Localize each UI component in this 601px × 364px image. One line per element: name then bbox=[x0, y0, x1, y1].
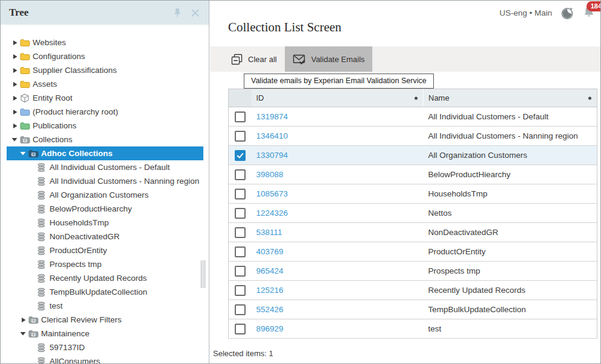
recent-activity-icon[interactable] bbox=[560, 6, 574, 20]
tree-item-597137id[interactable]: 597137ID bbox=[7, 340, 203, 354]
pin-icon[interactable] bbox=[172, 7, 183, 18]
row-checkbox[interactable] bbox=[235, 304, 246, 315]
row-checkbox[interactable] bbox=[235, 266, 246, 277]
table-row[interactable]: 538111NonDeactivatedGR bbox=[229, 223, 597, 242]
tree-item-prospects-tmp[interactable]: Prospects tmp bbox=[7, 257, 203, 271]
tree-item-entity-root[interactable]: Entity Root bbox=[7, 91, 203, 105]
expand-arrow-icon[interactable] bbox=[9, 53, 20, 60]
record-id-link[interactable]: 965424 bbox=[256, 266, 284, 275]
table-row[interactable]: 1330794All Organization Customers bbox=[229, 146, 597, 165]
expand-arrow-icon[interactable] bbox=[9, 81, 20, 88]
tree-item-productorentity[interactable]: ProductOrEntity bbox=[7, 243, 203, 257]
tree-item-recently-updated-records[interactable]: Recently Updated Records bbox=[7, 271, 203, 285]
record-id-link[interactable]: 1330794 bbox=[256, 151, 288, 160]
tree-item-product-hierarchy-root[interactable]: (Product hierarchy root) bbox=[7, 105, 203, 119]
tree-item-assets[interactable]: Assets bbox=[7, 77, 203, 91]
tree-item-clerical-review-filters[interactable]: BClerical Review Filters bbox=[7, 313, 203, 327]
row-checkbox[interactable] bbox=[235, 324, 246, 334]
record-id-link[interactable]: 1346410 bbox=[256, 131, 288, 140]
checkbox-cell bbox=[229, 204, 252, 223]
table-row[interactable]: 403769ProductOrEntity bbox=[229, 242, 597, 262]
table-row[interactable]: 125216Recently Updated Records bbox=[229, 281, 597, 300]
page-title: Collection List Screen bbox=[228, 20, 342, 35]
folder-db-icon: B bbox=[20, 135, 33, 145]
panel-splitter-grip[interactable] bbox=[201, 260, 205, 288]
row-checkbox-checked[interactable] bbox=[235, 150, 246, 161]
table-row[interactable]: 1085673HouseholdsTmp bbox=[229, 184, 597, 204]
expand-arrow-icon[interactable] bbox=[9, 39, 20, 46]
collapse-arrow-icon[interactable] bbox=[17, 330, 28, 337]
name-cell: Nettos bbox=[424, 204, 597, 223]
expand-arrow-icon[interactable] bbox=[17, 316, 28, 324]
id-column-header[interactable]: ID bbox=[252, 89, 424, 107]
name-cell: HouseholdsTmp bbox=[424, 184, 597, 204]
db-icon bbox=[37, 301, 49, 311]
record-id-link[interactable]: 125216 bbox=[256, 286, 284, 295]
tree-item-householdstmp[interactable]: HouseholdsTmp bbox=[7, 216, 203, 230]
record-id-link[interactable]: 896929 bbox=[256, 324, 284, 333]
tree-item-maintainence[interactable]: BMaintainence bbox=[7, 327, 203, 340]
tree-item-all-individual-customers-default[interactable]: All Individual Customers - Default bbox=[7, 160, 203, 174]
row-checkbox[interactable] bbox=[235, 131, 246, 142]
collapse-arrow-icon[interactable] bbox=[9, 136, 20, 143]
id-cell: 125216 bbox=[252, 281, 424, 300]
expand-arrow-icon[interactable] bbox=[9, 95, 20, 102]
table-row[interactable]: 1346410All Individual Customers - Nannin… bbox=[229, 127, 597, 146]
table-row[interactable]: 1224326Nettos bbox=[229, 204, 597, 223]
tree-item-nondeactivatedgr[interactable]: NonDeactivatedGR bbox=[7, 230, 203, 243]
tree-item-publications[interactable]: Publications bbox=[7, 119, 203, 133]
row-checkbox[interactable] bbox=[235, 111, 246, 122]
name-column-header[interactable]: Name bbox=[424, 89, 597, 107]
id-cell: 1319874 bbox=[252, 107, 424, 127]
table-row[interactable]: 1319874All Individual Customers - Defaul… bbox=[229, 107, 597, 127]
expand-arrow-icon[interactable] bbox=[9, 122, 20, 130]
tree-item-label: Supplier Classifications bbox=[33, 66, 117, 75]
tree-item-supplier-classifications[interactable]: Supplier Classifications bbox=[7, 63, 203, 77]
table-row[interactable]: 965424Prospects tmp bbox=[229, 262, 597, 281]
selected-items-status: Selected items: 1 bbox=[213, 349, 273, 358]
expand-arrow-icon[interactable] bbox=[9, 108, 20, 116]
top-bar: US-eng • Main 184 bbox=[500, 5, 596, 21]
row-checkbox[interactable] bbox=[235, 246, 246, 257]
record-id-link[interactable]: 1224326 bbox=[256, 209, 288, 218]
expand-arrow-icon[interactable] bbox=[9, 67, 20, 74]
folder-yellow-icon bbox=[20, 66, 33, 75]
db-icon bbox=[37, 204, 49, 214]
record-id-link[interactable]: 552426 bbox=[256, 305, 284, 314]
id-cell: 538111 bbox=[252, 223, 424, 242]
close-icon[interactable] bbox=[190, 8, 200, 18]
table-row[interactable]: 552426TempBulkUpdateCollection bbox=[229, 300, 597, 319]
record-id-link[interactable]: 538111 bbox=[256, 228, 282, 237]
table-row[interactable]: 398088BelowProductHiearchy bbox=[229, 165, 597, 184]
tree-item-websites[interactable]: Websites bbox=[7, 36, 203, 49]
row-checkbox[interactable] bbox=[235, 227, 246, 238]
record-id-link[interactable]: 403769 bbox=[256, 247, 284, 256]
record-id-link[interactable]: 1319874 bbox=[256, 112, 288, 121]
clear-all-button[interactable]: Clear all bbox=[223, 46, 285, 72]
tree-item-allconsumers[interactable]: AllConsumers bbox=[7, 354, 203, 364]
row-checkbox[interactable] bbox=[235, 208, 246, 219]
notifications-bell[interactable]: 184 bbox=[582, 5, 596, 21]
tree-list: WebsitesConfigurationsSupplier Classific… bbox=[1, 36, 209, 364]
folder-yellow-icon bbox=[20, 52, 33, 61]
validate-emails-button[interactable]: Validate Emails bbox=[285, 46, 373, 72]
tree-item-adhoc-collections[interactable]: BAdhoc Collections bbox=[7, 146, 203, 160]
row-checkbox[interactable] bbox=[235, 189, 246, 199]
tree-item-test[interactable]: test bbox=[7, 299, 203, 313]
name-column-menu-dot[interactable] bbox=[588, 96, 591, 99]
table-row[interactable]: 896929test bbox=[229, 319, 597, 339]
row-checkbox[interactable] bbox=[235, 285, 246, 296]
id-column-menu-dot[interactable] bbox=[415, 96, 418, 99]
row-checkbox[interactable] bbox=[235, 169, 246, 180]
tree-item-all-organization-customers[interactable]: All Organization Customers bbox=[7, 188, 203, 202]
record-id-link[interactable]: 1085673 bbox=[256, 189, 288, 198]
tree-item-belowproducthiearchy[interactable]: BelowProductHiearchy bbox=[7, 202, 203, 216]
tree-item-tempbulkupdatecollection[interactable]: TempBulkUpdateCollection bbox=[7, 285, 203, 299]
tree-item-all-individual-customers-nanning-region[interactable]: All Individual Customers - Nanning regio… bbox=[7, 174, 203, 188]
tree-item-label: Clerical Review Filters bbox=[41, 315, 122, 324]
checkbox-cell bbox=[229, 146, 252, 165]
tree-item-configurations[interactable]: Configurations bbox=[7, 49, 203, 63]
tree-item-collections[interactable]: BCollections bbox=[7, 133, 203, 146]
collapse-arrow-icon[interactable] bbox=[17, 150, 28, 157]
record-id-link[interactable]: 398088 bbox=[256, 170, 284, 179]
